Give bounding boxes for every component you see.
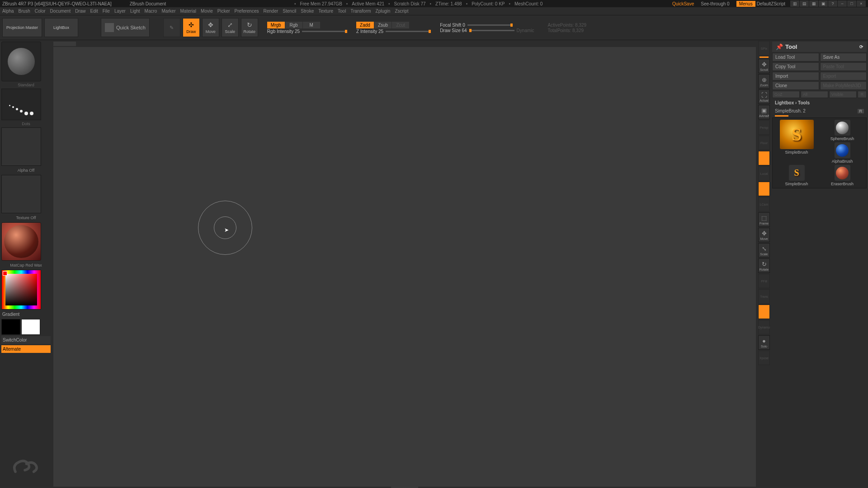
brush-selector[interactable] <box>1 42 41 81</box>
gradient-button[interactable]: Gradient <box>1 311 51 318</box>
pin-icon[interactable]: 📌 <box>776 43 783 50</box>
right-icon-9[interactable] <box>758 182 770 196</box>
minimize-icon[interactable]: – <box>838 0 847 7</box>
primary-color[interactable] <box>21 319 40 335</box>
color-picker[interactable] <box>1 270 41 310</box>
menu-material[interactable]: Material <box>180 9 197 14</box>
right-icon-Rotate[interactable]: ↻Rotate <box>758 258 770 273</box>
menu-preferences[interactable]: Preferences <box>235 9 259 14</box>
rgb-intensity-slider[interactable] <box>302 31 347 32</box>
menu-light[interactable]: Light <box>130 9 140 14</box>
draw-size-slider[interactable] <box>469 30 514 31</box>
r-toggle[interactable]: R <box>858 109 864 113</box>
menus-button[interactable]: Menus <box>736 1 755 7</box>
layout-icon[interactable]: ▣ <box>819 0 828 7</box>
focal-shift-slider[interactable] <box>467 24 513 26</box>
r-button[interactable]: R <box>858 91 867 98</box>
mrgb-button[interactable]: Mrgb <box>267 22 285 28</box>
menu-document[interactable]: Document <box>50 9 71 14</box>
right-icon-Dynamo[interactable]: Dynamo <box>758 320 770 334</box>
tool-alphabrush[interactable]: AlphaBrush <box>820 142 864 164</box>
canvas[interactable]: ➤ <box>53 47 756 487</box>
right-icon-Scroll[interactable]: ✥Scroll <box>758 59 770 73</box>
all-button[interactable]: All <box>801 91 828 98</box>
right-icon-17[interactable] <box>758 305 770 319</box>
zadd-button[interactable]: Zadd <box>356 22 374 28</box>
right-icon-Solo[interactable]: ●Solo <box>758 335 770 350</box>
rotate-mode-button[interactable]: ↻Rotate <box>241 18 258 37</box>
right-icon-Xpose[interactable]: Xpose <box>758 351 770 365</box>
menu-brush[interactable]: Brush <box>19 9 30 14</box>
right-icon-PFill[interactable]: PFill <box>758 274 770 288</box>
draw-mode-button[interactable]: ✣Draw <box>183 18 200 37</box>
maximize-icon[interactable]: □ <box>847 0 856 7</box>
material-selector[interactable] <box>1 222 41 261</box>
right-icon-SPix[interactable]: SPix <box>758 41 770 56</box>
right-icon-Persp[interactable]: Persp <box>758 120 770 135</box>
right-icon-Floor[interactable]: Floor <box>758 136 770 150</box>
alpha-selector[interactable] <box>1 127 41 166</box>
scale-mode-button[interactable]: ⤢Scale <box>222 18 239 37</box>
texture-selector[interactable] <box>1 175 41 213</box>
menu-zplugin[interactable]: Zplugin <box>376 9 391 14</box>
menu-zscript[interactable]: Zscript <box>395 9 408 14</box>
tool-panel-header[interactable]: 📌 Tool ⟳ <box>772 42 867 52</box>
menu-movie[interactable]: Movie <box>201 9 213 14</box>
menu-transform[interactable]: Transform <box>350 9 371 14</box>
menu-stroke[interactable]: Stroke <box>301 9 314 14</box>
menu-file[interactable]: File <box>103 9 110 14</box>
copy-tool-button[interactable]: Copy Tool <box>772 62 819 71</box>
goz-button[interactable]: GoZ <box>772 91 800 98</box>
visible-button[interactable]: Visible <box>829 91 857 98</box>
menu-edit[interactable]: Edit <box>90 9 98 14</box>
zsub-button[interactable]: Zsub <box>374 22 392 28</box>
tool-simplebrush-sm[interactable]: S SimpleBrush <box>774 165 819 186</box>
right-icon-AAHalf[interactable]: ▣AAHalf <box>758 105 770 119</box>
layout-icon[interactable]: ▤ <box>800 0 809 7</box>
menu-texture[interactable]: Texture <box>318 9 333 14</box>
zcut-button[interactable]: Zcut <box>392 22 409 28</box>
export-button[interactable]: Export <box>820 72 867 80</box>
lightbox-button[interactable]: LightBox <box>44 18 78 37</box>
menu-color[interactable]: Color <box>35 9 46 14</box>
right-icon-Trans[interactable]: Trans <box>758 289 770 304</box>
quicksave-button[interactable]: QuickSave <box>672 1 694 6</box>
menu-alpha[interactable]: Alpha <box>2 9 14 14</box>
m-button[interactable]: M <box>303 22 320 28</box>
layout-icon[interactable]: ▥ <box>790 0 799 7</box>
menu-tool[interactable]: Tool <box>338 9 346 14</box>
import-button[interactable]: Import <box>772 72 819 80</box>
tool-eraserbrush[interactable]: EraserBrush <box>820 165 864 186</box>
clone-button[interactable]: Clone <box>772 81 819 90</box>
right-icon-7[interactable] <box>758 151 770 165</box>
right-icon-Local[interactable]: Local <box>758 166 770 181</box>
menu-macro[interactable]: Macro <box>145 9 157 14</box>
move-mode-button[interactable]: ✥Move <box>202 18 219 37</box>
edit-button[interactable]: ✎ <box>163 18 180 37</box>
help-icon[interactable]: ? <box>828 0 837 7</box>
secondary-color[interactable] <box>1 319 20 335</box>
tool-simplebrush-big[interactable]: S SimpleBrush <box>774 120 819 164</box>
switchcolor-button[interactable]: SwitchColor <box>1 336 51 344</box>
seethrough-slider[interactable]: See-through 0 <box>701 1 729 6</box>
menu-draw[interactable]: Draw <box>75 9 85 14</box>
close-icon[interactable]: × <box>857 0 866 7</box>
menu-layer[interactable]: Layer <box>114 9 126 14</box>
default-script[interactable]: DefaultZScript <box>757 1 785 6</box>
menu-marker[interactable]: Marker <box>161 9 175 14</box>
z-intensity-slider[interactable] <box>386 31 431 32</box>
paste-tool-button[interactable]: Paste Tool <box>820 62 867 71</box>
tool-spherebrush[interactable]: SphereBrush <box>820 120 864 141</box>
load-tool-button[interactable]: Load Tool <box>772 53 819 61</box>
dynamic-label[interactable]: Dynamic <box>517 28 534 33</box>
projection-master-button[interactable]: Projection Master <box>2 18 42 37</box>
right-icon-Zoom[interactable]: ⊕Zoom <box>758 74 770 89</box>
stroke-selector[interactable] <box>1 89 41 120</box>
menu-stencil[interactable]: Stencil <box>283 9 296 14</box>
menu-render[interactable]: Render <box>264 9 278 14</box>
lightbox-tools-label[interactable]: Lightbox › Tools <box>772 99 867 107</box>
save-as-button[interactable]: Save As <box>820 53 867 61</box>
alternate-button[interactable]: Alternate <box>1 345 51 353</box>
rgb-button[interactable]: Rgb <box>285 22 302 28</box>
right-icon-Frame[interactable]: ⬚Frame <box>758 212 770 227</box>
